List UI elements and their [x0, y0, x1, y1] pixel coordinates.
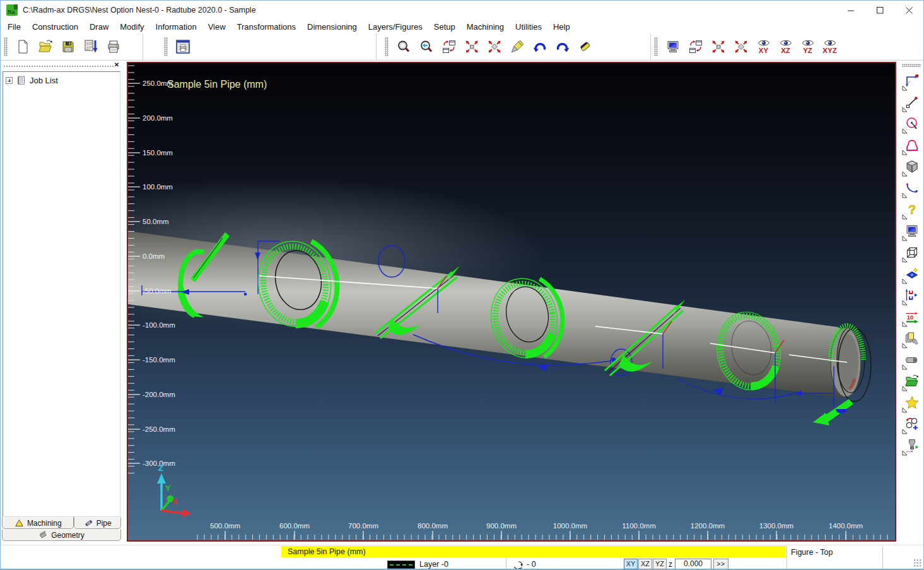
job-tree: Job List — [3, 71, 120, 517]
plane-xy-button[interactable]: XY — [624, 559, 638, 569]
maximize-button[interactable] — [865, 1, 894, 20]
undo-button[interactable] — [529, 34, 551, 59]
save-icon — [61, 39, 76, 54]
render-view-button[interactable] — [662, 34, 684, 59]
zoom-toolbar — [376, 33, 650, 60]
tree-expand-icon[interactable] — [6, 77, 13, 84]
plane-xz-button[interactable]: XZ — [638, 559, 652, 569]
toolbar-gripper[interactable] — [385, 37, 389, 56]
toolbar-gripper[interactable] — [164, 37, 168, 56]
preview-toolbar — [143, 33, 376, 60]
panel-gripper[interactable] — [3, 65, 114, 68]
panel-close-icon[interactable]: ✕ — [113, 61, 120, 69]
z-value-input[interactable]: 0.000 — [675, 559, 711, 569]
plane-yz-button[interactable]: YZ — [653, 559, 667, 569]
zoom-button[interactable] — [392, 34, 415, 59]
add-geometry-button[interactable] — [902, 414, 922, 434]
toolbar-gripper[interactable] — [654, 37, 658, 56]
right-toolbar-gripper[interactable] — [902, 64, 921, 67]
circle-tool-button[interactable] — [902, 114, 922, 134]
zoom-extents-button[interactable] — [460, 34, 483, 59]
layer-swatch[interactable] — [387, 561, 415, 569]
viewport-canvas[interactable]: 250.0mm200.0mm150.0mm100.0mm50.0mm0.0mm-… — [127, 62, 896, 542]
solid-view-button[interactable] — [902, 157, 922, 177]
new-file-icon — [15, 39, 30, 54]
menu-machining[interactable]: Machining — [461, 21, 510, 33]
toolbar-gripper[interactable] — [4, 37, 8, 56]
wireframe-view-button[interactable] — [902, 242, 922, 263]
render-button[interactable] — [902, 221, 922, 241]
open-file-button[interactable] — [34, 34, 57, 59]
new-file-button[interactable] — [11, 34, 34, 59]
redraw-button[interactable] — [506, 34, 529, 59]
zoom-selected-button[interactable] — [483, 34, 506, 59]
menu-information[interactable]: Information — [150, 21, 202, 33]
menu-setup[interactable]: Setup — [428, 21, 461, 33]
job-settings-button[interactable] — [902, 328, 922, 348]
menu-utilities[interactable]: Utilities — [510, 21, 547, 33]
ruler-label: -200.0mm — [143, 391, 175, 398]
menu-file[interactable]: File — [2, 21, 26, 33]
layer-label: Layer -0 — [419, 560, 448, 569]
zoom-selected-2-button[interactable] — [730, 34, 752, 59]
window-arrange-2-button[interactable] — [684, 34, 707, 59]
erase-button[interactable] — [574, 34, 597, 59]
resize-grip[interactable] — [913, 559, 921, 567]
view-xz-button[interactable]: XZ — [775, 34, 797, 59]
menu-dimensioning[interactable]: Dimensioning — [301, 21, 363, 33]
tab-geometry[interactable]: Geometry — [2, 529, 121, 541]
menu-construction[interactable]: Construction — [26, 21, 84, 33]
ruler-label: 150.0mm — [143, 149, 173, 157]
flyout-triangle-icon — [902, 407, 908, 413]
more-button[interactable]: >> — [713, 559, 728, 569]
axis-z-label: Z — [158, 463, 163, 473]
zoom-extents-2-button[interactable] — [707, 34, 730, 59]
zoom-previous-button[interactable] — [415, 34, 438, 59]
menu-view[interactable]: View — [202, 21, 231, 33]
pipe-tool-button[interactable] — [902, 350, 922, 370]
viewpoint-button[interactable] — [902, 264, 922, 284]
machining-simulation-button[interactable] — [902, 436, 922, 456]
minimize-button[interactable] — [836, 1, 865, 20]
print-preview-button[interactable] — [172, 34, 194, 59]
menu-modify[interactable]: Modify — [114, 21, 149, 33]
tab-pipe[interactable]: Pipe — [74, 517, 121, 529]
window-arrange-button[interactable] — [438, 34, 460, 59]
open-folder-icon — [38, 39, 53, 54]
favorites-button[interactable] — [902, 393, 922, 413]
menu-draw[interactable]: Draw — [84, 21, 114, 33]
close-button[interactable] — [894, 1, 923, 20]
line-tool-button[interactable] — [902, 92, 922, 112]
zoom-window-icon — [734, 39, 749, 54]
nc-output-button[interactable]: GOIXGOIYGOIXGO! — [79, 34, 102, 59]
view-yz-button[interactable]: YZ — [797, 34, 819, 59]
menu-layers-figures[interactable]: Layers/Figures — [363, 21, 428, 33]
pipe-small-icon — [84, 518, 93, 528]
menu-transformations[interactable]: Transformations — [231, 21, 301, 33]
job-list-node[interactable]: Job List — [3, 72, 120, 89]
arc-tool-button[interactable] — [902, 178, 922, 198]
flyout-triangle-icon — [902, 128, 908, 134]
main-area: ✕ Job List MachiningPipe Geometry — [1, 61, 923, 545]
view-xyz-button[interactable]: XYZ — [819, 34, 841, 59]
slot-tool-button[interactable] — [902, 135, 922, 155]
help-button[interactable]: ? — [902, 199, 922, 220]
import-geometry-button[interactable] — [902, 371, 922, 391]
application-window: Ra C:\Radm-ax DRGS\Nest Option Nest-0 - … — [0, 0, 924, 570]
print-button[interactable] — [102, 34, 125, 59]
warning-triangle-icon — [15, 518, 24, 528]
zoom-extents-icon — [711, 39, 726, 54]
ruler-label: 200.0mm — [143, 114, 173, 122]
ruler-label: 0.0mm — [143, 252, 165, 260]
viewport-title: Sample 5in Pipe (mm) — [167, 79, 267, 90]
dimension-tool-button[interactable] — [902, 71, 922, 91]
tile-windows-icon — [688, 39, 703, 54]
view-xy-button[interactable]: XY — [752, 34, 775, 59]
menu-help[interactable]: Help — [547, 21, 576, 33]
redo-button[interactable] — [551, 34, 574, 59]
save-button[interactable] — [57, 34, 79, 59]
tab-machining[interactable]: Machining — [2, 517, 74, 529]
auto-dimension-button[interactable]: 10 — [902, 307, 922, 327]
monitor-icon — [665, 39, 681, 54]
nesting-button[interactable] — [902, 285, 922, 306]
